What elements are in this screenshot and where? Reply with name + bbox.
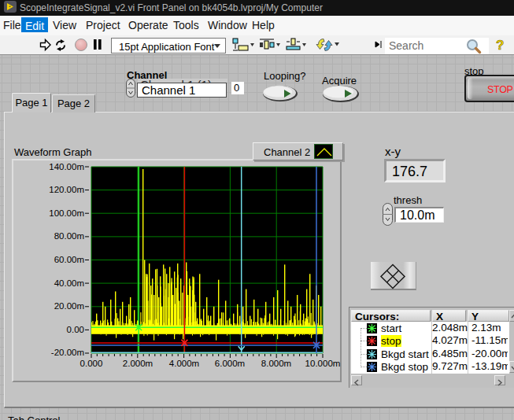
svg-text:?: ? (496, 38, 504, 53)
